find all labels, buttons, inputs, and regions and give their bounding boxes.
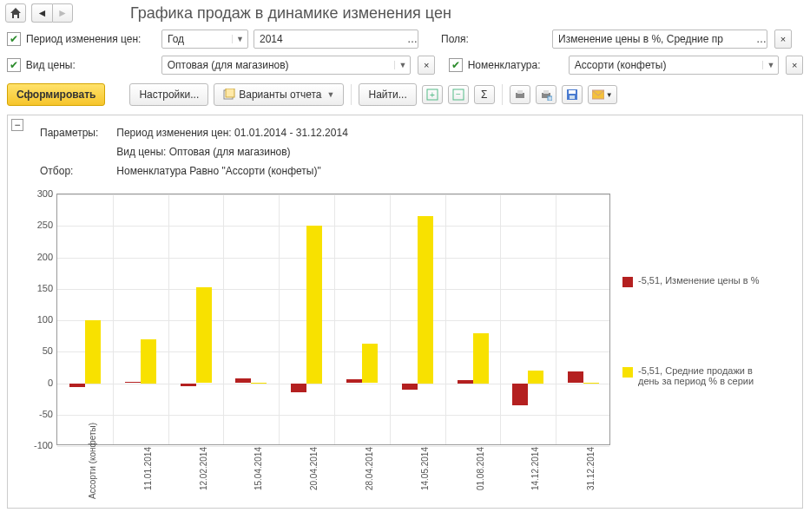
bar-yellow [418, 216, 433, 383]
report-params: Параметры: Период изменения цен: 01.01.2… [37, 122, 351, 185]
bar-red [346, 379, 362, 383]
generate-button[interactable]: Сформировать [7, 83, 105, 106]
print2-button[interactable] [536, 85, 556, 104]
bar-red [402, 384, 418, 390]
chart: -100-50050100150200250300 Ассорти (конфе… [16, 188, 616, 501]
pricetype-clear[interactable]: × [418, 56, 435, 75]
params-line2: Вид цены: Оптовая (для магазинов) [115, 143, 349, 161]
y-tick: 300 [16, 188, 53, 199]
pricetype-checkbox[interactable]: ✔ [7, 58, 21, 72]
home-icon [10, 7, 22, 19]
y-tick: -100 [16, 440, 53, 450]
y-tick: 0 [16, 378, 53, 388]
fields-value: Изменение цены в %, Средние пр [553, 33, 756, 45]
find-button[interactable]: Найти... [359, 83, 416, 106]
period-unit-combo[interactable]: Год ▼ [161, 30, 248, 49]
mail-button[interactable]: ▼ [588, 85, 617, 104]
legend: -5,51, Изменение цены в % -5,51, Средние… [622, 188, 770, 464]
arrow-left-icon: ◄ [37, 7, 48, 19]
period-year-field[interactable]: 2014 … [254, 30, 418, 49]
collapse-icon: − [452, 89, 464, 101]
settings-button[interactable]: Настройки... [129, 83, 208, 106]
y-tick: -50 [16, 409, 53, 419]
collapse-toggle[interactable]: − [11, 119, 23, 131]
save-button[interactable] [562, 85, 583, 104]
svg-rect-13 [570, 95, 575, 99]
x-tick: 14.12.2014 [530, 447, 584, 499]
ellipsis-button[interactable]: … [407, 33, 418, 45]
chevron-down-icon[interactable]: ▼ [762, 61, 778, 69]
arrow-right-icon: ► [57, 7, 68, 19]
x-tick: 15.04.2014 [254, 447, 307, 499]
print-button[interactable] [510, 85, 530, 104]
bar-yellow [251, 383, 267, 384]
svg-text:+: + [430, 90, 435, 100]
nomen-clear[interactable]: × [786, 56, 803, 75]
y-tick: 200 [16, 252, 53, 262]
legend-swatch-yellow [622, 367, 633, 378]
bar-yellow [85, 320, 101, 384]
report-variants-button[interactable]: Варианты отчета ▼ [214, 83, 344, 106]
expand-icon: + [426, 89, 438, 101]
x-tick: 14.05.2014 [420, 447, 474, 499]
legend-item-1: -5,51, Изменение цены в % [622, 275, 770, 287]
period-unit-value: Год [162, 33, 232, 45]
report-variants-icon [223, 89, 235, 101]
chevron-down-icon[interactable]: ▼ [232, 35, 247, 43]
svg-rect-12 [569, 90, 576, 94]
report-area: − Параметры: Период изменения цен: 01.01… [7, 115, 803, 509]
y-tick: 250 [16, 220, 53, 230]
legend-label-2: -5,51, Средние продажи в день за период … [638, 365, 770, 386]
bar-yellow [362, 344, 378, 384]
y-tick: 150 [16, 283, 53, 293]
y-tick: 100 [16, 314, 53, 325]
x-tick: 28.04.2014 [365, 447, 418, 499]
legend-label-1: -5,51, Изменение цены в % [638, 275, 759, 286]
bar-red [458, 380, 473, 384]
pricetype-value: Оптовая (для магазинов) [162, 59, 395, 71]
print-icon [514, 89, 526, 101]
nomen-checkbox[interactable]: ✔ [449, 58, 463, 72]
bar-red [568, 371, 583, 383]
legend-swatch-red [622, 277, 633, 287]
home-button[interactable] [5, 3, 26, 23]
bar-red [69, 384, 85, 387]
sum-button[interactable]: Σ [474, 85, 495, 104]
pricetype-combo[interactable]: Оптовая (для магазинов) ▼ [161, 56, 412, 75]
nomen-label: Номенклатура: [468, 59, 563, 71]
fields-field[interactable]: Изменение цены в %, Средние пр … [552, 30, 767, 49]
filter-line: Номенклатура Равно "Ассорти (конфеты)" [115, 162, 349, 180]
period-checkbox[interactable]: ✔ [7, 32, 21, 46]
bar-yellow [306, 226, 322, 383]
back-button[interactable]: ◄ [31, 3, 52, 23]
svg-text:−: − [456, 89, 461, 99]
y-tick: 50 [16, 345, 53, 356]
ellipsis-button[interactable]: … [756, 33, 767, 45]
chevron-down-icon[interactable]: ▼ [394, 61, 410, 69]
nomen-combo[interactable]: Ассорти (конфеты) ▼ [569, 56, 780, 75]
filter-label: Отбор: [39, 162, 114, 180]
bar-yellow [196, 287, 212, 383]
separator [351, 84, 352, 105]
page-title: Графика продаж в динамике изменения цен [130, 4, 451, 23]
print-icon [540, 89, 552, 101]
bar-red [291, 384, 306, 393]
forward-button[interactable]: ► [52, 3, 73, 23]
fields-clear[interactable]: × [774, 30, 792, 49]
period-year-value: 2014 [254, 33, 407, 45]
bar-yellow [528, 371, 543, 384]
x-tick: 11.01.2014 [143, 447, 197, 499]
bar-red [235, 378, 251, 383]
x-tick: 20.04.2014 [309, 447, 363, 499]
bar-yellow [583, 383, 599, 384]
params-label: Параметры: [39, 124, 114, 141]
floppy-icon [566, 89, 578, 101]
bar-yellow [473, 333, 489, 384]
collapse-all-button[interactable]: − [448, 85, 469, 104]
bar-red [181, 384, 196, 387]
chevron-down-icon: ▼ [606, 91, 613, 99]
pricetype-label: Вид цены: [26, 59, 156, 71]
expand-all-button[interactable]: + [422, 85, 443, 104]
params-line1: Период изменения цен: 01.01.2014 - 31.12… [115, 124, 349, 141]
sigma-icon: Σ [481, 89, 487, 101]
